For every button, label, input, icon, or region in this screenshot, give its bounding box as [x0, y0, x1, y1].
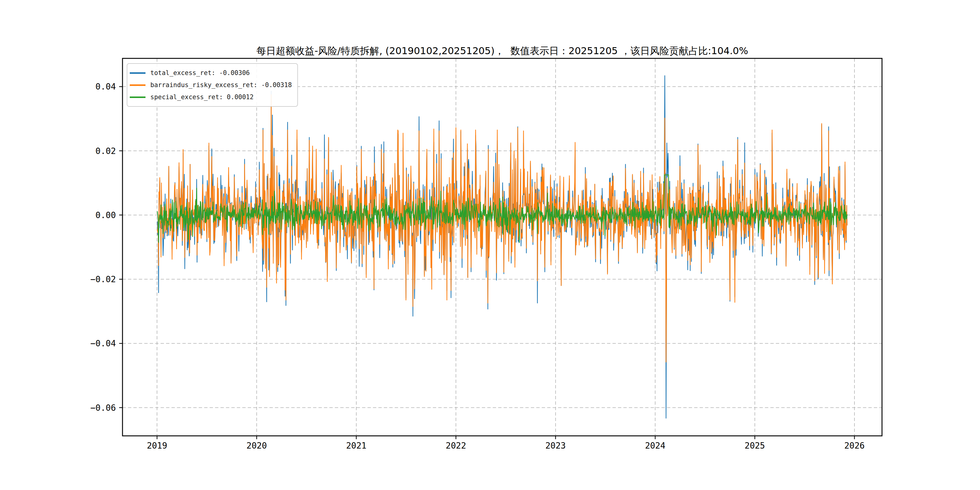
legend: total_excess_ret: -0.00306 barraindus_ri…: [127, 63, 298, 107]
x-tick-label: 2025: [745, 441, 765, 451]
legend-label-risky: barraindus_risky_excess_ret: -0.00318: [150, 81, 292, 89]
legend-label-total: total_excess_ret: -0.00306: [150, 69, 250, 76]
y-tick-label: −0.02: [91, 274, 116, 284]
legend-swatch-risky: [130, 84, 145, 86]
y-tick-label: −0.06: [91, 403, 116, 413]
legend-swatch-total: [130, 72, 145, 74]
x-tick-label: 2022: [446, 441, 466, 451]
y-tick-label: 0.00: [95, 210, 116, 220]
y-tick-label: 0.04: [95, 82, 116, 92]
series-total-excess-ret: [157, 76, 847, 418]
x-tick-label: 2026: [844, 441, 864, 451]
legend-item-risky: barraindus_risky_excess_ret: -0.00318: [130, 79, 292, 91]
legend-label-special: special_excess_ret: 0.00012: [150, 94, 253, 101]
y-tick-label: 0.02: [95, 146, 116, 156]
x-tick-label: 2019: [147, 441, 167, 451]
x-tick-label: 2021: [346, 441, 366, 451]
x-tick-label: 2024: [645, 441, 665, 451]
figure-canvas: 0.040.020.00−0.02−0.04−0.062019202020212…: [0, 0, 980, 490]
y-tick-label: −0.04: [91, 339, 116, 348]
chart-title: 每日超额收益-风险/特质拆解, (20190102,20251205)， 数值表…: [123, 45, 882, 58]
legend-swatch-special: [130, 97, 145, 98]
x-tick-label: 2023: [545, 441, 566, 451]
legend-item-special: special_excess_ret: 0.00012: [130, 91, 292, 103]
x-tick-label: 2020: [247, 441, 267, 451]
legend-item-total: total_excess_ret: -0.00306: [130, 67, 292, 79]
